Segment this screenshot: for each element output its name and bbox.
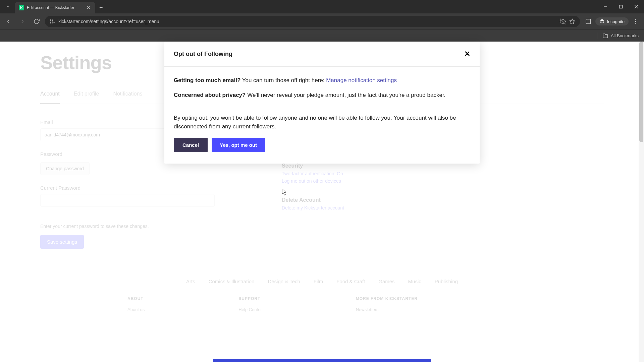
back-button[interactable] [3, 16, 14, 27]
modal-divider [174, 106, 470, 106]
page-viewport: Settings Account Edit profile Notificati… [0, 42, 644, 362]
vertical-scrollbar[interactable] [639, 42, 644, 362]
url-text: kickstarter.com/settings/account?ref=use… [58, 19, 556, 24]
incognito-indicator[interactable]: Incognito [595, 17, 629, 25]
tab-search-button[interactable] [3, 1, 13, 12]
side-panel-icon[interactable] [583, 16, 594, 27]
address-bar: kickstarter.com/settings/account?ref=use… [0, 13, 644, 29]
maximize-button[interactable] [613, 0, 629, 13]
url-input[interactable]: kickstarter.com/settings/account?ref=use… [45, 16, 580, 27]
minimize-button[interactable] [598, 0, 613, 13]
manage-notifications-link[interactable]: Manage notification settings [326, 77, 397, 83]
bookmarks-bar: All Bookmarks [0, 29, 644, 42]
svg-marker-14 [570, 19, 575, 24]
svg-point-18 [635, 21, 636, 22]
site-settings-icon[interactable] [50, 19, 55, 24]
tab-close-icon[interactable]: ✕ [86, 4, 91, 11]
svg-point-19 [635, 23, 636, 24]
browser-tab[interactable]: K Edit account — Kickstarter ✕ [15, 2, 95, 13]
modal-title: Opt out of Following [174, 51, 232, 58]
chrome-menu-icon[interactable] [630, 16, 641, 27]
opt-out-confirm-button[interactable]: Yes, opt me out [212, 138, 265, 152]
svg-rect-15 [586, 19, 591, 24]
eye-off-icon[interactable] [560, 18, 566, 24]
reload-button[interactable] [31, 16, 42, 27]
svg-point-17 [635, 19, 636, 20]
incognito-icon [599, 19, 605, 24]
opt-out-modal: Opt out of Following ✕ Getting too much … [164, 42, 480, 164]
bottom-banner[interactable] [213, 359, 431, 362]
browser-chrome: K Edit account — Kickstarter ✕ + kicksta… [0, 0, 644, 42]
modal-paragraph-optout: By opting out, you won't be able to foll… [174, 114, 470, 131]
close-window-button[interactable] [629, 0, 644, 13]
new-tab-button[interactable]: + [95, 2, 107, 13]
incognito-label: Incognito [607, 19, 625, 24]
modal-close-button[interactable]: ✕ [464, 50, 470, 58]
modal-paragraph-privacy: Concerned about privacy? We'll never rev… [174, 91, 470, 100]
folder-icon [603, 33, 608, 39]
cancel-button[interactable]: Cancel [174, 138, 208, 152]
tab-bar: K Edit account — Kickstarter ✕ + [0, 0, 644, 13]
kickstarter-favicon: K [19, 5, 24, 10]
svg-rect-1 [620, 5, 623, 8]
forward-button[interactable] [17, 16, 28, 27]
all-bookmarks-button[interactable]: All Bookmarks [611, 33, 639, 38]
window-controls [598, 0, 644, 13]
scrollbar-thumb[interactable] [639, 42, 643, 142]
tab-title: Edit account — Kickstarter [27, 5, 83, 10]
modal-paragraph-email: Getting too much email? You can turn tho… [174, 76, 470, 85]
bookmark-star-icon[interactable] [569, 18, 575, 24]
